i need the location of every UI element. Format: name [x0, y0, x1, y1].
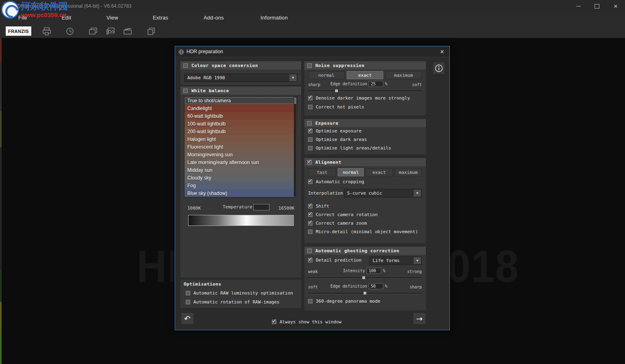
edge-definition-value[interactable]: 25	[369, 81, 383, 87]
menu-information[interactable]: Information	[260, 15, 288, 21]
ghosting-checkbox[interactable]	[307, 249, 312, 253]
align-mode-normal[interactable]: normal	[338, 168, 364, 176]
wb-option-label: 60-watt lightbulb	[187, 113, 223, 119]
align-mode-fast[interactable]: fast	[308, 168, 336, 176]
camera-rotation-checkbox[interactable]: Correct camera rotation	[308, 212, 378, 217]
wb-option-fog[interactable]: Fog	[184, 182, 297, 189]
menu-extras[interactable]: Extras	[153, 15, 168, 21]
wb-option-100-watt[interactable]: 100-watt lightbulb	[184, 120, 297, 128]
align-mode-maximum[interactable]: maximum	[395, 168, 422, 176]
menu-view[interactable]: View	[106, 15, 118, 21]
optimise-light-checkbox[interactable]: Optimise light areas/details	[308, 145, 391, 151]
noise-mode-normal[interactable]: normal	[308, 71, 345, 79]
colour-space-select[interactable]: Adobe RGB 1998 ▼	[184, 74, 297, 82]
detail-prediction-checkbox[interactable]: Detail prediction	[308, 258, 362, 263]
always-show-checkbox[interactable]: Always show this window	[272, 319, 341, 325]
wb-option-halogen[interactable]: Halogen light	[184, 135, 297, 143]
dialog-title: HDR preparation	[187, 46, 223, 57]
site-watermark: 河东软件园 www.pc0359.cn	[1, 1, 68, 19]
minimize-button[interactable]	[569, 0, 588, 12]
chevron-down-icon: ▼	[414, 190, 421, 197]
checkbox-label: Automatic rotation of RAW-images	[193, 299, 280, 305]
back-button[interactable]: ↶	[181, 312, 194, 325]
toolbar: FRANZIS	[0, 24, 625, 38]
unit-label: %	[383, 269, 385, 273]
info-button[interactable]	[432, 62, 445, 74]
temperature-gradient-bar[interactable]	[188, 215, 294, 226]
intensity-slider[interactable]	[308, 277, 422, 279]
alignment-title: Alignment	[315, 160, 341, 165]
close-icon: ✕	[614, 3, 618, 9]
checkbox-icon	[308, 129, 312, 133]
wb-option-label: Cloudy sky	[187, 175, 211, 181]
wb-option-true-to-shot[interactable]: True to shot/camera	[184, 97, 297, 104]
wb-option-fluorescent[interactable]: Fluorescent light	[184, 143, 297, 151]
optimise-dark-checkbox[interactable]: Optimise dark areas	[308, 137, 367, 142]
checkbox-icon	[308, 204, 312, 208]
edge-definition-slider[interactable]	[308, 91, 422, 92]
raw-luminosity-checkbox[interactable]: Automatic RAW luminosity optimisation	[186, 290, 293, 296]
wb-option-late-morning-sun[interactable]: Late morning/early afternoon sun	[184, 158, 297, 166]
white-balance-scrollbar[interactable]	[294, 97, 297, 197]
clapperboard-icon[interactable]	[122, 26, 133, 36]
exposure-section: Exposure Optimise exposure Optimise dark…	[304, 119, 426, 154]
edge-value[interactable]: 50	[369, 283, 383, 289]
hot-pixels-checkbox[interactable]: Correct hot pixels	[308, 104, 364, 110]
intensity-value[interactable]: 100	[367, 268, 381, 274]
optimisations-title: Optimisations	[184, 282, 221, 287]
exposure-checkbox[interactable]	[307, 121, 312, 126]
export-icon[interactable]	[41, 26, 52, 36]
hdr-preparation-dialog: HDR preparation ✕ Colour space conversio…	[175, 46, 450, 330]
panorama-checkbox[interactable]: 360-degree panorama mode	[308, 299, 380, 304]
scrollbar-thumb[interactable]	[294, 98, 296, 104]
dialog-titlebar[interactable]: HDR preparation ✕	[175, 46, 449, 57]
micro-detail-checkbox[interactable]: Micro-detail (minimal object movement)	[308, 229, 418, 234]
checkbox-label: Denoise darker images more strongly	[316, 95, 410, 101]
close-button[interactable]: ✕	[606, 0, 625, 12]
site-watermark-url: www.pc0359.cn	[21, 11, 68, 19]
optimise-exposure-checkbox[interactable]: Optimise exposure	[308, 128, 362, 134]
browse-images-icon[interactable]	[105, 26, 116, 36]
wb-option-candlelight[interactable]: Candlelight	[184, 104, 297, 112]
wb-option-morning-evening-sun[interactable]: Morning/evening sun	[184, 151, 297, 158]
dialog-close-button[interactable]: ✕	[438, 48, 446, 55]
wb-option-midday-sun[interactable]: Midday sun	[184, 166, 297, 174]
noise-mode-maximum[interactable]: maximum	[385, 71, 422, 79]
white-balance-checkbox[interactable]	[183, 89, 188, 93]
alignment-checkbox[interactable]	[307, 160, 312, 165]
automatic-cropping-checkbox[interactable]: Automatic cropping	[308, 179, 364, 184]
temperature-input[interactable]	[253, 204, 269, 210]
maximize-button[interactable]	[588, 0, 606, 12]
back-icon: ↶	[184, 314, 191, 323]
wb-option-cloudy-sky[interactable]: Cloudy sky	[184, 174, 297, 182]
slider-handle[interactable]	[363, 291, 367, 295]
align-mode-exact[interactable]: exact	[365, 168, 393, 176]
raw-rotation-checkbox[interactable]: Automatic rotation of RAW-images	[186, 299, 280, 305]
menu-bar: File Edit View Extras Add-ons Informatio…	[0, 12, 625, 24]
noise-mode-exact[interactable]: exact	[347, 71, 383, 79]
denoise-darker-checkbox[interactable]: Denoise darker images more strongly	[308, 95, 410, 101]
next-button[interactable]: →	[413, 312, 426, 325]
slider-handle[interactable]	[335, 89, 339, 93]
history-icon[interactable]	[65, 26, 75, 36]
wb-option-200-watt[interactable]: 200-watt lightbulb	[184, 128, 297, 135]
app-window: HDR projects 2018 professional (64-bit) …	[0, 0, 625, 364]
wb-option-60-watt[interactable]: 60-watt lightbulb	[184, 112, 297, 120]
edge-slider[interactable]	[308, 293, 422, 294]
camera-zoom-checkbox[interactable]: Correct camera zoom	[308, 221, 367, 226]
wb-option-blue-sky-shadow[interactable]: Blue sky (shadow)	[184, 189, 297, 197]
checkbox-label: Optimise exposure	[316, 128, 362, 134]
minimize-icon	[576, 6, 581, 6]
menu-addons[interactable]: Add-ons	[204, 15, 224, 21]
batch-images-icon[interactable]	[88, 26, 98, 36]
ghosting-mode-select[interactable]: Life forms ▼	[369, 256, 422, 265]
copy-stack-icon[interactable]	[146, 26, 156, 36]
exposure-header: Exposure	[304, 119, 426, 127]
interpolation-select[interactable]: S-curve cubic ▼	[344, 189, 422, 197]
slider-handle[interactable]	[362, 276, 366, 280]
checkbox-icon	[308, 105, 312, 109]
noise-checkbox[interactable]	[307, 63, 312, 68]
shift-checkbox[interactable]: Shift	[308, 204, 329, 209]
window-titlebar: HDR projects 2018 professional (64-bit) …	[0, 0, 625, 12]
colour-space-checkbox[interactable]	[183, 63, 188, 68]
